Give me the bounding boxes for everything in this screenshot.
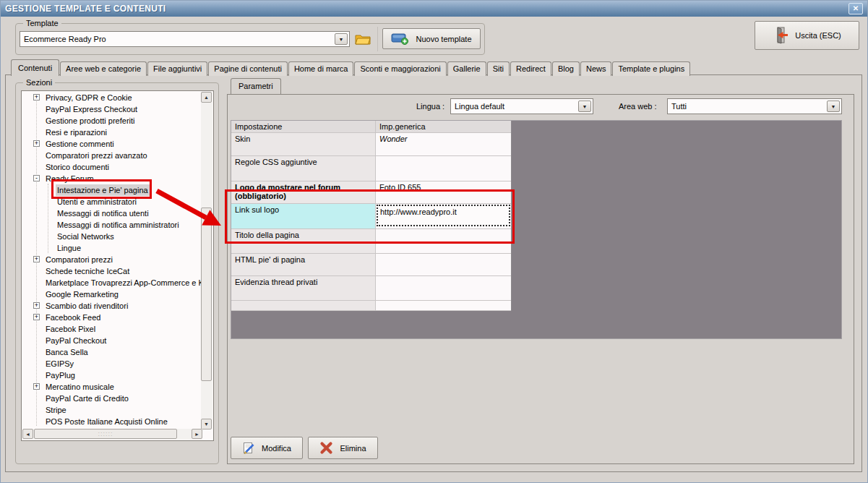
tree-item[interactable]: + Privacy, GDPR e Cookie <box>22 92 202 103</box>
main-tab[interactable]: Home di marca <box>288 61 354 76</box>
tree-item[interactable]: Schede tecniche IceCat <box>22 265 202 277</box>
window-title: GESTIONE TEMPLATE E CONTENUTI <box>5 4 166 14</box>
tree-vscrollbar[interactable]: ▲ ▼ <box>201 92 212 429</box>
main-tab[interactable]: Template e plugins <box>612 61 690 76</box>
tree-item[interactable]: POS Poste Italiane Acquisti Online <box>22 416 202 427</box>
folder-icon <box>355 33 371 46</box>
dialog-gestione-template: GESTIONE TEMPLATE E CONTENUTI ✕ Template… <box>0 0 868 483</box>
area-web-select[interactable]: Tutti ▼ <box>667 98 842 114</box>
tree-item[interactable]: + Comparatori prezzi <box>22 254 202 265</box>
main-tab[interactable]: Pagine di contenuti <box>208 61 288 76</box>
main-tab[interactable]: Contenuti <box>11 59 59 76</box>
param-value-cell <box>376 301 511 311</box>
tree-item[interactable]: Messaggi di notifica amministratori <box>22 219 202 231</box>
scroll-right-icon[interactable]: ► <box>192 429 202 439</box>
tree-item[interactable]: PayPlug <box>22 369 202 381</box>
tree-item[interactable]: + Facebook Feed <box>22 312 202 323</box>
param-label-cell: Skin <box>231 133 376 156</box>
main-tab[interactable]: Aree web e categorie <box>60 61 147 76</box>
expand-toggle-icon[interactable]: + <box>33 302 40 309</box>
param-row[interactable]: Logo da mostrare nel forum (obbligatorio… <box>231 181 511 204</box>
lingua-select-value: Lingua default <box>451 101 577 111</box>
open-template-button[interactable] <box>353 30 373 48</box>
main-tab[interactable]: Siti <box>487 61 510 76</box>
main-tab[interactable]: File aggiuntivi <box>147 61 207 76</box>
expand-toggle-icon[interactable]: + <box>33 383 40 390</box>
param-row[interactable]: Impostazione Imp.generica <box>231 121 511 133</box>
link-sul-logo-input[interactable]: http://www.readypro.it <box>377 205 510 226</box>
tree-item[interactable]: Lingue <box>22 242 202 254</box>
elimina-button[interactable]: Elimina <box>308 437 378 459</box>
exit-button[interactable]: Uscita (ESC) <box>755 21 859 50</box>
param-label-cell: Regole CSS aggiuntive <box>231 156 376 181</box>
tree-hscrollbar[interactable]: ◄ :::::: ► <box>22 429 202 440</box>
scroll-up-icon[interactable]: ▲ <box>201 92 212 103</box>
main-tab[interactable]: Blog <box>552 61 580 76</box>
exit-door-icon <box>773 26 788 45</box>
template-group-label: Template <box>23 19 61 27</box>
tree-item[interactable]: + Mercatino musicale <box>22 381 202 393</box>
tree-item[interactable]: PayPal Carte di Credito <box>22 393 202 404</box>
main-tab[interactable]: News <box>580 61 612 76</box>
area-web-label: Area web : <box>619 102 657 111</box>
param-row[interactable]: HTML pie' di pagina <box>231 254 511 276</box>
tree-item[interactable]: Social Networks <box>22 231 202 242</box>
close-icon[interactable]: ✕ <box>848 3 863 14</box>
tree-item[interactable]: Comparatori prezzi avanzato <box>22 150 202 161</box>
expand-toggle-icon[interactable]: - <box>33 175 40 181</box>
param-label-cell: Link sul logo <box>231 204 376 229</box>
parameters-table: Impostazione Imp.generica Skin Wonder Re… <box>231 121 512 311</box>
template-select[interactable]: Ecommerce Ready Pro ▼ <box>20 31 350 47</box>
tree-item[interactable]: Marketplace Trovaprezzi App-Commerce e K… <box>22 277 202 288</box>
tree-guide-children <box>48 184 48 253</box>
tree-item[interactable]: Utenti e amministratori <box>22 196 202 208</box>
tree-item[interactable]: Gestione prodotti preferiti <box>22 115 202 127</box>
param-row[interactable]: Regole CSS aggiuntive <box>231 156 511 181</box>
tree-item[interactable]: Banca Sella <box>22 346 202 358</box>
main-tab[interactable]: Gallerie <box>447 61 486 76</box>
tab-parametri[interactable]: Parametri <box>231 78 281 94</box>
new-template-button[interactable]: Nuovo template <box>382 28 481 49</box>
param-label-cell: Logo da mostrare nel forum (obbligatorio… <box>231 181 376 204</box>
param-row[interactable]: Evidenzia thread privati <box>231 276 511 301</box>
tree-item[interactable]: Messaggi di notifica utenti <box>22 208 202 219</box>
elimina-label: Elimina <box>340 444 366 453</box>
param-row[interactable]: Skin Wonder <box>231 133 511 156</box>
scroll-down-icon[interactable]: ▼ <box>201 419 212 429</box>
template-select-value: Ecommerce Ready Pro <box>20 34 333 44</box>
sections-tree: + Privacy, GDPR e Cookie PayPal Express … <box>21 90 214 441</box>
expand-toggle-icon[interactable]: + <box>33 94 40 101</box>
lingua-select[interactable]: Lingua default ▼ <box>450 98 593 114</box>
param-row[interactable]: Titolo della pagina <box>231 229 511 254</box>
chevron-down-icon[interactable]: ▼ <box>827 101 840 112</box>
expand-toggle-icon[interactable]: + <box>33 256 40 262</box>
tree-item[interactable]: Stripe <box>22 404 202 416</box>
tree-item[interactable]: + Gestione commenti <box>22 138 202 150</box>
tree-item[interactable]: EGIPSy <box>22 358 202 369</box>
expand-toggle-icon[interactable]: + <box>33 314 40 320</box>
tree-item[interactable]: - Ready Forum <box>22 173 202 184</box>
tree-item[interactable]: PayPal Express Checkout <box>22 103 202 115</box>
vscroll-thumb[interactable] <box>201 208 212 381</box>
main-tab[interactable]: Sconti e maggiorazioni <box>354 61 446 76</box>
tree-item[interactable]: Facebok Pixel <box>22 323 202 335</box>
lingua-label: Lingua : <box>416 102 444 111</box>
modifica-button[interactable]: Modifica <box>231 437 303 459</box>
param-row[interactable]: Link sul logo http://www.readypro.it <box>231 204 511 229</box>
tree-item[interactable]: Resi e riparazioni <box>22 127 202 138</box>
chevron-down-icon[interactable]: ▼ <box>335 33 348 45</box>
param-row[interactable] <box>231 301 511 311</box>
scroll-left-icon[interactable]: ◄ <box>22 429 33 439</box>
hscroll-thumb[interactable]: :::::: <box>34 429 177 439</box>
tree-items: + Privacy, GDPR e Cookie PayPal Express … <box>22 92 202 429</box>
chevron-down-icon[interactable]: ▼ <box>578 101 591 112</box>
main-tab[interactable]: Redirect <box>510 61 551 76</box>
param-value-cell <box>376 156 511 181</box>
expand-toggle-icon[interactable]: + <box>33 140 40 147</box>
param-value-cell: http://www.readypro.it <box>376 204 511 229</box>
tree-item[interactable]: PayPal Checkout <box>22 335 202 346</box>
tree-item[interactable]: Intestazione e Pie' pagina <box>22 184 202 196</box>
tree-item[interactable]: Storico documenti <box>22 161 202 173</box>
tree-item[interactable]: + Scambio dati rivenditori <box>22 300 202 312</box>
tree-item[interactable]: Google Remarketing <box>22 288 202 300</box>
